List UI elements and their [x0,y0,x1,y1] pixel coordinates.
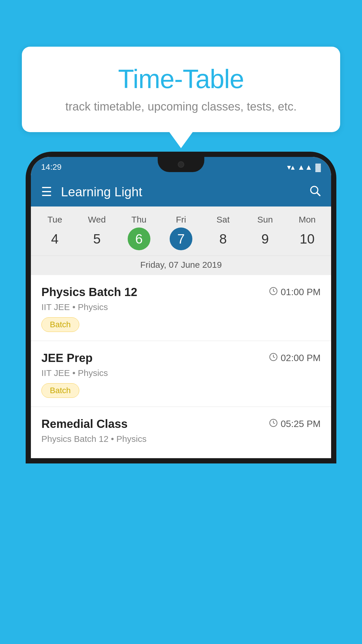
day-number-wed: 5 [85,228,108,250]
wifi-icon: ▾▴ [287,163,295,172]
class-item-header-3: Remedial Class 05:25 PM [41,417,321,430]
class-item-1[interactable]: Physics Batch 12 01:00 PM IIT JEE • Phys… [31,275,331,341]
day-tue[interactable]: Tue 4 [34,215,76,250]
menu-icon[interactable]: ☰ [41,186,52,198]
class-badge-2: Batch [41,383,79,398]
signal-icon: ▲▲ [298,163,312,172]
class-meta-2: IIT JEE • Physics [41,368,321,378]
day-number-mon: 10 [296,228,319,250]
status-bar: 14:29 ▾▴ ▲▲ ▓ [31,157,331,177]
bubble-title: Time-Table [45,64,317,94]
camera-dot [178,161,184,168]
day-number-sun: 9 [254,228,277,250]
app-bar-title: Learning Light [61,185,309,199]
phone-notch [158,157,204,172]
phone-mockup: 14:29 ▾▴ ▲▲ ▓ ☰ Learning Light [26,152,336,644]
day-sun[interactable]: Sun 9 [244,215,286,250]
app-bar: ☰ Learning Light [31,177,331,206]
class-item-header-2: JEE Prep 02:00 PM [41,351,321,365]
class-time-text-3: 05:25 PM [281,419,321,429]
speech-bubble-card: Time-Table track timetable, upcoming cla… [22,47,340,132]
battery-icon: ▓ [315,163,321,172]
day-number-fri: 7 [170,228,192,250]
day-label-thu: Thu [131,215,147,225]
clock-icon-1 [269,287,278,298]
selected-date-label: Friday, 07 June 2019 [31,256,331,275]
day-wed[interactable]: Wed 5 [76,215,118,250]
day-number-tue: 4 [43,228,66,250]
day-thu[interactable]: Thu 6 [118,215,160,250]
phone-inner: 14:29 ▾▴ ▲▲ ▓ ☰ Learning Light [31,157,331,458]
class-name-3: Remedial Class [41,417,128,430]
speech-bubble-section: Time-Table track timetable, upcoming cla… [22,47,340,148]
day-label-wed: Wed [88,215,106,225]
day-fri[interactable]: Fri 7 [160,215,202,250]
class-time-text-2: 02:00 PM [281,353,321,363]
class-meta-1: IIT JEE • Physics [41,302,321,312]
day-sat[interactable]: Sat 8 [202,215,244,250]
status-icons: ▾▴ ▲▲ ▓ [287,163,321,172]
day-label-sat: Sat [217,215,230,225]
day-number-sat: 8 [212,228,234,250]
class-item-2[interactable]: JEE Prep 02:00 PM IIT JEE • Physics Batc… [31,341,331,407]
search-icon[interactable] [309,184,321,200]
class-time-text-1: 01:00 PM [281,287,321,298]
class-name-2: JEE Prep [41,351,93,365]
speech-bubble-arrow [169,132,193,148]
class-time-1: 01:00 PM [269,287,321,298]
class-item-3[interactable]: Remedial Class 05:25 PM Physics Batch 12… [31,407,331,458]
day-number-thu: 6 [128,228,150,250]
day-label-mon: Mon [299,215,316,225]
svg-line-1 [317,193,320,196]
class-meta-3: Physics Batch 12 • Physics [41,434,321,444]
phone-screen: Tue 4 Wed 5 Thu 6 Fri 7 [31,206,331,458]
class-name-1: Physics Batch 12 [41,286,137,299]
clock-icon-2 [269,353,278,363]
calendar-week: Tue 4 Wed 5 Thu 6 Fri 7 [31,206,331,275]
class-time-3: 05:25 PM [269,419,321,429]
clock-icon-3 [269,419,278,429]
class-badge-1: Batch [41,317,79,332]
week-days-row: Tue 4 Wed 5 Thu 6 Fri 7 [31,212,331,253]
class-item-header-1: Physics Batch 12 01:00 PM [41,286,321,299]
day-label-tue: Tue [48,215,62,225]
day-label-sun: Sun [257,215,273,225]
day-label-fri: Fri [176,215,186,225]
class-time-2: 02:00 PM [269,353,321,363]
status-time: 14:29 [41,162,61,172]
phone-outer: 14:29 ▾▴ ▲▲ ▓ ☰ Learning Light [26,152,336,463]
day-mon[interactable]: Mon 10 [286,215,328,250]
bubble-subtitle: track timetable, upcoming classes, tests… [45,100,317,113]
